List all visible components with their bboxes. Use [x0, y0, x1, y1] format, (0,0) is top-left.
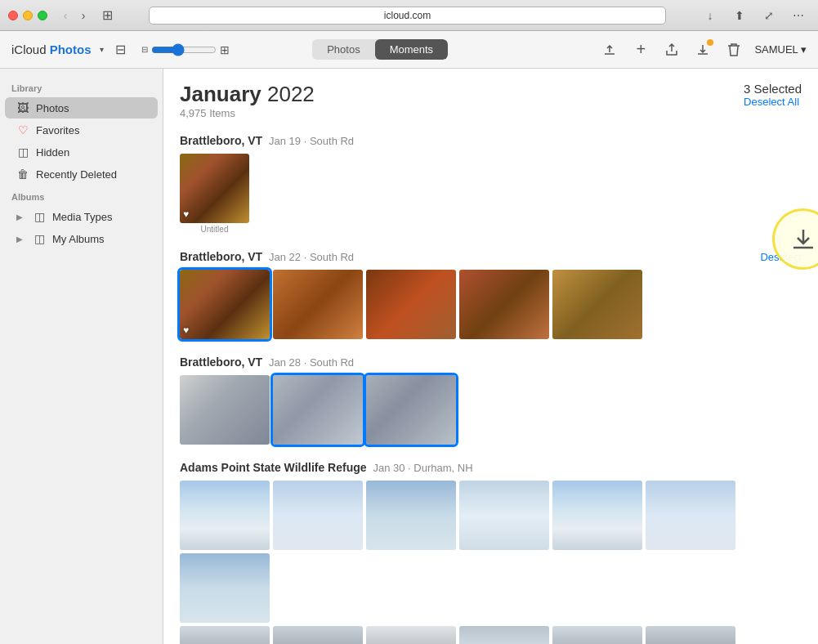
expand-media-types-icon: ▶: [16, 212, 23, 221]
back-button[interactable]: ‹: [57, 7, 74, 24]
minimize-button[interactable]: [23, 11, 33, 20]
photo-thumb[interactable]: [273, 626, 363, 644]
photo-thumb[interactable]: [459, 626, 549, 644]
section-date-jan19: Jan 19 · South Rd: [269, 135, 354, 147]
photo-thumb[interactable]: [180, 553, 270, 623]
photo-thumb[interactable]: [366, 626, 456, 644]
view-toggle-button[interactable]: ⊟: [112, 41, 130, 59]
photo-thumb[interactable]: [273, 481, 363, 550]
window-action-button[interactable]: ⤢: [758, 7, 780, 25]
photo-thumb[interactable]: [646, 481, 735, 550]
url-bar: [149, 7, 666, 25]
deselect-button-jan22[interactable]: Deselect: [760, 251, 802, 263]
photo-grid-jan28: [180, 375, 802, 445]
app-container: Library 🖼 Photos ♡ Favorites ◫ Hidden 🗑 …: [0, 69, 818, 644]
section-location-jan22: Brattleboro, VT: [180, 250, 262, 263]
heart-badge: ♥: [183, 324, 189, 336]
sidebar-item-media-types[interactable]: ▶ ◫ Media Types: [5, 206, 158, 227]
section-title-jan22: Brattleboro, VT Jan 22 · South Rd: [180, 250, 354, 263]
section-date-jan28: Jan 28 · South Rd: [269, 356, 354, 369]
library-section-label: Library: [0, 77, 163, 96]
delete-button[interactable]: [723, 39, 744, 60]
photo-thumb[interactable]: [180, 626, 270, 644]
photo-thumb[interactable]: [180, 481, 270, 550]
tab-moments[interactable]: Moments: [375, 39, 448, 60]
section-title-jan19: Brattleboro, VT Jan 19 · South Rd: [180, 134, 354, 147]
recently-deleted-icon: 🗑: [16, 168, 29, 181]
sidebar-my-albums-label: My Albums: [52, 233, 105, 245]
photo-thumb[interactable]: [273, 375, 363, 445]
section-header-adams: Adams Point State Wildlife Refuge Jan 30…: [180, 461, 802, 474]
heart-badge: ♥: [183, 208, 189, 220]
photo-thumb[interactable]: [646, 626, 735, 644]
sidebar-media-types-label: Media Types: [52, 211, 112, 223]
sidebar-favorites-label: Favorites: [36, 124, 79, 136]
photo-grid-adams-row2: [180, 626, 802, 644]
photos-icon: 🖼: [16, 101, 29, 114]
page-meta: 4,975 Items: [180, 107, 315, 119]
more-action-button[interactable]: ⋯: [787, 7, 810, 25]
section-header-jan22: Brattleboro, VT Jan 22 · South Rd Desele…: [180, 250, 802, 263]
close-button[interactable]: [8, 11, 18, 20]
download-button[interactable]: [692, 39, 713, 60]
favorites-icon: ♡: [16, 123, 29, 136]
download-action-button[interactable]: ↓: [699, 7, 722, 25]
sidebar-item-favorites[interactable]: ♡ Favorites: [5, 119, 158, 141]
photo-thumb[interactable]: [180, 375, 270, 445]
section-date-jan22: Jan 22 · South Rd: [269, 251, 354, 263]
url-input[interactable]: [149, 7, 666, 25]
sidebar-item-recently-deleted[interactable]: 🗑 Recently Deleted: [5, 163, 158, 185]
upload-button[interactable]: [599, 39, 620, 60]
selected-count: 3 Selected: [744, 82, 802, 96]
fullscreen-button[interactable]: [38, 11, 47, 20]
photo-thumb[interactable]: [273, 270, 363, 339]
photo-thumb[interactable]: [366, 270, 456, 339]
hidden-icon: ◫: [16, 145, 29, 159]
zoom-in-icon: ⊞: [220, 43, 230, 56]
photo-thumb[interactable]: ♥: [180, 154, 249, 223]
photo-thumb[interactable]: [366, 481, 456, 550]
sidebar-photos-label: Photos: [36, 102, 69, 114]
sidebar-hidden-label: Hidden: [36, 146, 69, 159]
zoom-slider[interactable]: [151, 43, 217, 56]
my-albums-icon: ◫: [33, 232, 46, 245]
app-logo: iCloud Photos: [11, 42, 92, 56]
photo-thumb[interactable]: ♥: [180, 270, 270, 339]
photo-thumb[interactable]: [552, 481, 642, 550]
zoom-group: ⊟ ⊞: [141, 43, 230, 56]
forward-button[interactable]: ›: [75, 7, 92, 24]
sidebar-item-photos[interactable]: 🖼 Photos: [5, 97, 158, 119]
section-brattleboro-jan19: Brattleboro, VT Jan 19 · South Rd ♥ Unti…: [180, 134, 802, 234]
add-button[interactable]: +: [630, 39, 651, 60]
section-location-jan28: Brattleboro, VT: [180, 356, 262, 369]
sidebar-toggle-button[interactable]: ⊞: [98, 7, 116, 25]
photo-thumb[interactable]: [366, 375, 456, 445]
page-title-bold: January: [180, 82, 261, 106]
sidebar: Library 🖼 Photos ♡ Favorites ◫ Hidden 🗑 …: [0, 69, 163, 644]
photo-thumb[interactable]: [552, 270, 642, 339]
logo-dropdown-arrow: ▾: [100, 45, 104, 54]
photo-thumb[interactable]: [459, 481, 549, 550]
sidebar-item-my-albums[interactable]: ▶ ◫ My Albums: [5, 228, 158, 249]
photo-thumb[interactable]: [459, 270, 549, 339]
section-adams-point: Adams Point State Wildlife Refuge Jan 30…: [180, 461, 802, 644]
share-button[interactable]: [661, 39, 682, 60]
deselect-all-button[interactable]: Deselect All: [744, 96, 799, 108]
sidebar-recently-deleted-label: Recently Deleted: [36, 168, 117, 181]
section-title-jan28: Brattleboro, VT Jan 28 · South Rd: [180, 356, 354, 369]
section-header-jan28: Brattleboro, VT Jan 28 · South Rd: [180, 356, 802, 369]
section-brattleboro-jan22: Brattleboro, VT Jan 22 · South Rd Desele…: [180, 250, 802, 339]
page-title-light: 2022: [267, 82, 315, 106]
view-tabs: Photos Moments: [312, 39, 448, 60]
photo-grid-jan22: ♥: [180, 270, 802, 339]
selection-info: 3 Selected Deselect All: [744, 82, 802, 108]
share-action-button[interactable]: ⬆: [728, 7, 751, 25]
tab-photos[interactable]: Photos: [312, 39, 374, 60]
user-menu-button[interactable]: SAMUEL ▾: [754, 43, 807, 56]
toolbar-right: + SAMUEL ▾: [599, 39, 807, 60]
titlebar-actions: ↓ ⬆ ⤢ ⋯: [699, 7, 810, 25]
traffic-lights: [8, 11, 47, 20]
media-types-icon: ◫: [33, 210, 46, 223]
sidebar-item-hidden[interactable]: ◫ Hidden: [5, 141, 158, 163]
photo-thumb[interactable]: [552, 626, 642, 644]
